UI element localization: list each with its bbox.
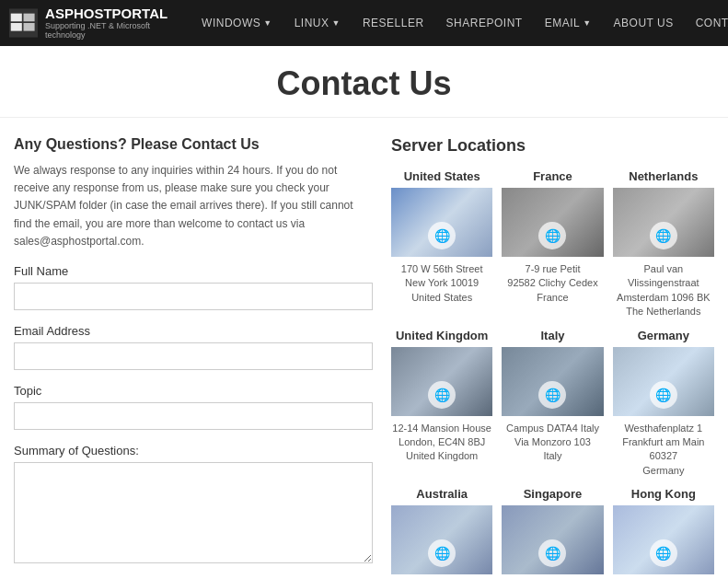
fullname-label: Full Name <box>14 264 373 278</box>
server-address: 12-14 Mansion HouseLondon, EC4N 8BJUnite… <box>391 422 492 464</box>
summary-label: Summary of Questions: <box>14 444 373 457</box>
location-globe-icon: 🌐 <box>428 539 456 567</box>
form-heading: Any Questions? Please Contact Us <box>14 136 373 153</box>
server-image: 🌐 <box>613 347 714 416</box>
server-image: 🌐 <box>391 188 492 257</box>
topic-input[interactable] <box>14 402 373 430</box>
server-image: 🌐 <box>502 347 603 416</box>
server-locations-heading: Server Locations <box>391 136 714 156</box>
location-globe-icon: 🌐 <box>428 381 456 409</box>
nav-item-reseller[interactable]: RESELLER <box>352 0 435 46</box>
page-title: Contact Us <box>0 64 728 103</box>
server-address: Westhafenplatz 1Frankfurt am Main 60327G… <box>613 422 714 479</box>
server-grid: United States 🌐 170 W 56th StreetNew Yor… <box>391 169 714 579</box>
server-card: United Kingdom 🌐 12-14 Mansion HouseLond… <box>391 329 492 479</box>
logo-name: ASPHOSTPORTAL <box>45 6 172 22</box>
server-address: Paul van VlissingenstraatAmsterdam 1096 … <box>613 262 714 319</box>
server-image: 🌐 <box>502 505 603 574</box>
nav-item-email[interactable]: EMAIL▼ <box>534 0 603 46</box>
server-address: 170 W 56th StreetNew York 10019United St… <box>391 262 492 305</box>
location-globe-icon: 🌐 <box>538 222 566 249</box>
svg-rect-2 <box>11 23 22 31</box>
server-image: 🌐 <box>391 347 492 416</box>
nav-item-sharepoint[interactable]: SHAREPOINT <box>435 0 534 46</box>
email-label: Email Address <box>14 324 373 338</box>
server-address: 7-9 rue Petit92582 Clichy CedexFrance <box>502 262 603 305</box>
dropdown-caret: ▼ <box>583 18 591 28</box>
server-card: France 🌐 7-9 rue Petit92582 Clichy Cedex… <box>502 169 603 319</box>
nav-item-contact[interactable]: CONTACT <box>685 0 728 46</box>
svg-rect-1 <box>11 14 22 22</box>
logo-icon <box>9 6 38 40</box>
server-card: Singapore 🌐 29A InternationalBusiness Pa… <box>502 487 603 579</box>
nav-item-about[interactable]: ABOUT US <box>603 0 685 46</box>
server-card: Italy 🌐 Campus DATA4 ItalyVia Monzoro 10… <box>502 329 603 479</box>
server-image: 🌐 <box>613 505 714 574</box>
main-content: Any Questions? Please Contact Us We alwa… <box>0 118 728 579</box>
location-globe-icon: 🌐 <box>428 222 456 249</box>
svg-rect-4 <box>24 23 35 31</box>
fullname-group: Full Name <box>14 264 373 310</box>
location-globe-icon: 🌐 <box>650 381 677 409</box>
server-card: Germany 🌐 Westhafenplatz 1Frankfurt am M… <box>613 329 714 479</box>
country-name: France <box>502 169 603 183</box>
topic-label: Topic <box>14 384 373 398</box>
summary-group: Summary of Questions: <box>14 444 373 566</box>
country-name: Germany <box>613 329 714 342</box>
email-group: Email Address <box>14 324 373 370</box>
topic-group: Topic <box>14 384 373 430</box>
page-title-section: Contact Us <box>0 46 728 118</box>
fullname-input[interactable] <box>14 283 373 310</box>
contact-form-section: Any Questions? Please Contact Us We alwa… <box>14 136 373 579</box>
location-globe-icon: 🌐 <box>538 381 566 409</box>
svg-rect-3 <box>24 14 35 22</box>
country-name: Italy <box>502 329 603 342</box>
server-image: 🌐 <box>502 188 603 257</box>
location-globe-icon: 🌐 <box>538 539 566 567</box>
logo[interactable]: ASPHOSTPORTAL Supporting .NET & Microsof… <box>9 6 172 41</box>
dropdown-caret: ▼ <box>331 18 340 28</box>
country-name: Hong Kong <box>613 487 714 501</box>
nav-menu: WINDOWS▼ LINUX▼ RESELLER SHAREPOINT EMAI… <box>191 0 728 46</box>
summary-textarea[interactable] <box>14 462 373 563</box>
server-card: Hong Kong 🌐 Yan Hing BuildingTseung Kwan… <box>613 487 714 579</box>
nav-item-windows[interactable]: WINDOWS▼ <box>191 0 283 46</box>
email-input[interactable] <box>14 342 373 370</box>
server-card: Netherlands 🌐 Paul van VlissingenstraatA… <box>613 169 714 319</box>
location-globe-icon: 🌐 <box>650 222 677 249</box>
logo-subtitle: Supporting .NET & Microsoft technology <box>45 21 172 40</box>
form-description: We always response to any inquiries with… <box>14 162 373 250</box>
server-image: 🌐 <box>391 505 492 574</box>
server-address: Campus DATA4 ItalyVia Monzoro 103Italy <box>502 422 603 464</box>
country-name: United States <box>391 169 492 183</box>
dropdown-caret: ▼ <box>263 18 272 28</box>
country-name: United Kingdom <box>391 329 492 342</box>
navigation: ASPHOSTPORTAL Supporting .NET & Microsof… <box>0 0 728 46</box>
server-image: 🌐 <box>613 188 714 257</box>
country-name: Singapore <box>502 487 603 501</box>
nav-item-linux[interactable]: LINUX▼ <box>283 0 352 46</box>
server-card: Australia 🌐 72 Radnor DriveMelbourne, VI… <box>391 487 492 579</box>
country-name: Australia <box>391 487 492 501</box>
location-globe-icon: 🌐 <box>650 539 677 567</box>
server-card: United States 🌐 170 W 56th StreetNew Yor… <box>391 169 492 319</box>
server-locations-section: Server Locations United States 🌐 170 W 5… <box>391 136 714 579</box>
country-name: Netherlands <box>613 169 714 183</box>
